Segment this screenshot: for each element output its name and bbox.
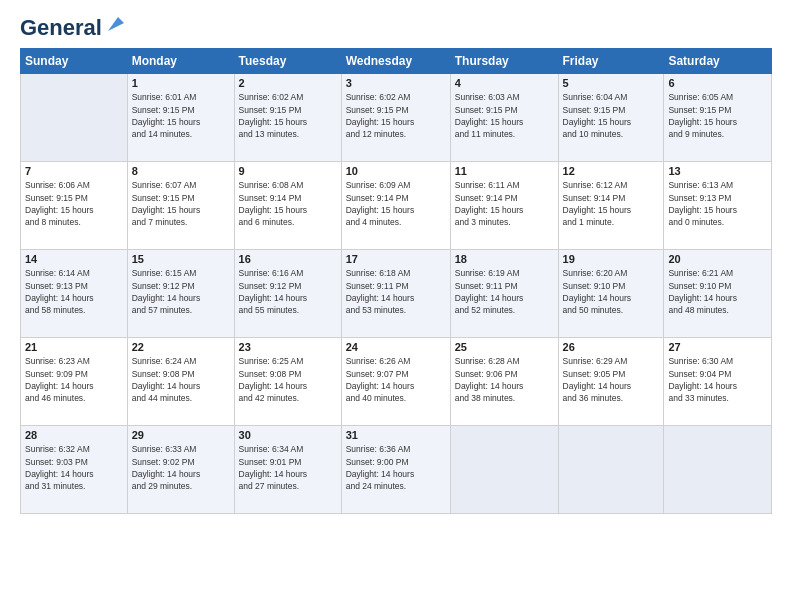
calendar-cell (558, 426, 664, 514)
day-info: Sunrise: 6:08 AM Sunset: 9:14 PM Dayligh… (239, 179, 337, 228)
day-info: Sunrise: 6:32 AM Sunset: 9:03 PM Dayligh… (25, 443, 123, 492)
day-number: 15 (132, 253, 230, 265)
day-info: Sunrise: 6:01 AM Sunset: 9:15 PM Dayligh… (132, 91, 230, 140)
page: General SundayMondayTuesdayWednesdayThur… (0, 0, 792, 612)
calendar-week-row: 14Sunrise: 6:14 AM Sunset: 9:13 PM Dayli… (21, 250, 772, 338)
day-info: Sunrise: 6:14 AM Sunset: 9:13 PM Dayligh… (25, 267, 123, 316)
day-info: Sunrise: 6:33 AM Sunset: 9:02 PM Dayligh… (132, 443, 230, 492)
logo-block: General (20, 16, 126, 40)
calendar-cell: 29Sunrise: 6:33 AM Sunset: 9:02 PM Dayli… (127, 426, 234, 514)
day-info: Sunrise: 6:26 AM Sunset: 9:07 PM Dayligh… (346, 355, 446, 404)
day-number: 30 (239, 429, 337, 441)
weekday-header-row: SundayMondayTuesdayWednesdayThursdayFrid… (21, 49, 772, 74)
calendar-cell (450, 426, 558, 514)
calendar-week-row: 28Sunrise: 6:32 AM Sunset: 9:03 PM Dayli… (21, 426, 772, 514)
day-info: Sunrise: 6:34 AM Sunset: 9:01 PM Dayligh… (239, 443, 337, 492)
day-info: Sunrise: 6:30 AM Sunset: 9:04 PM Dayligh… (668, 355, 767, 404)
day-info: Sunrise: 6:29 AM Sunset: 9:05 PM Dayligh… (563, 355, 660, 404)
day-info: Sunrise: 6:06 AM Sunset: 9:15 PM Dayligh… (25, 179, 123, 228)
calendar-cell: 28Sunrise: 6:32 AM Sunset: 9:03 PM Dayli… (21, 426, 128, 514)
calendar-cell: 31Sunrise: 6:36 AM Sunset: 9:00 PM Dayli… (341, 426, 450, 514)
calendar-cell: 25Sunrise: 6:28 AM Sunset: 9:06 PM Dayli… (450, 338, 558, 426)
day-number: 5 (563, 77, 660, 89)
header: General (20, 16, 772, 40)
calendar-cell: 26Sunrise: 6:29 AM Sunset: 9:05 PM Dayli… (558, 338, 664, 426)
day-number: 25 (455, 341, 554, 353)
day-info: Sunrise: 6:24 AM Sunset: 9:08 PM Dayligh… (132, 355, 230, 404)
logo: General (20, 16, 126, 40)
weekday-header-tuesday: Tuesday (234, 49, 341, 74)
day-number: 20 (668, 253, 767, 265)
day-number: 4 (455, 77, 554, 89)
calendar-cell: 14Sunrise: 6:14 AM Sunset: 9:13 PM Dayli… (21, 250, 128, 338)
svg-marker-0 (108, 17, 124, 31)
calendar-cell: 15Sunrise: 6:15 AM Sunset: 9:12 PM Dayli… (127, 250, 234, 338)
day-info: Sunrise: 6:28 AM Sunset: 9:06 PM Dayligh… (455, 355, 554, 404)
calendar-cell: 27Sunrise: 6:30 AM Sunset: 9:04 PM Dayli… (664, 338, 772, 426)
day-info: Sunrise: 6:11 AM Sunset: 9:14 PM Dayligh… (455, 179, 554, 228)
calendar-cell: 6Sunrise: 6:05 AM Sunset: 9:15 PM Daylig… (664, 74, 772, 162)
day-info: Sunrise: 6:36 AM Sunset: 9:00 PM Dayligh… (346, 443, 446, 492)
calendar-cell: 2Sunrise: 6:02 AM Sunset: 9:15 PM Daylig… (234, 74, 341, 162)
day-number: 13 (668, 165, 767, 177)
day-info: Sunrise: 6:12 AM Sunset: 9:14 PM Dayligh… (563, 179, 660, 228)
day-number: 28 (25, 429, 123, 441)
day-info: Sunrise: 6:23 AM Sunset: 9:09 PM Dayligh… (25, 355, 123, 404)
day-info: Sunrise: 6:04 AM Sunset: 9:15 PM Dayligh… (563, 91, 660, 140)
calendar-cell (664, 426, 772, 514)
day-number: 12 (563, 165, 660, 177)
day-number: 10 (346, 165, 446, 177)
day-number: 2 (239, 77, 337, 89)
day-number: 21 (25, 341, 123, 353)
day-info: Sunrise: 6:09 AM Sunset: 9:14 PM Dayligh… (346, 179, 446, 228)
day-info: Sunrise: 6:07 AM Sunset: 9:15 PM Dayligh… (132, 179, 230, 228)
calendar-cell: 8Sunrise: 6:07 AM Sunset: 9:15 PM Daylig… (127, 162, 234, 250)
calendar-cell: 19Sunrise: 6:20 AM Sunset: 9:10 PM Dayli… (558, 250, 664, 338)
calendar-week-row: 21Sunrise: 6:23 AM Sunset: 9:09 PM Dayli… (21, 338, 772, 426)
day-info: Sunrise: 6:02 AM Sunset: 9:15 PM Dayligh… (239, 91, 337, 140)
day-number: 22 (132, 341, 230, 353)
day-number: 16 (239, 253, 337, 265)
calendar-cell: 11Sunrise: 6:11 AM Sunset: 9:14 PM Dayli… (450, 162, 558, 250)
day-info: Sunrise: 6:25 AM Sunset: 9:08 PM Dayligh… (239, 355, 337, 404)
day-info: Sunrise: 6:02 AM Sunset: 9:15 PM Dayligh… (346, 91, 446, 140)
weekday-header-monday: Monday (127, 49, 234, 74)
day-info: Sunrise: 6:05 AM Sunset: 9:15 PM Dayligh… (668, 91, 767, 140)
calendar-cell: 20Sunrise: 6:21 AM Sunset: 9:10 PM Dayli… (664, 250, 772, 338)
day-info: Sunrise: 6:16 AM Sunset: 9:12 PM Dayligh… (239, 267, 337, 316)
logo-text-general: General (20, 16, 102, 40)
day-number: 7 (25, 165, 123, 177)
calendar-cell: 13Sunrise: 6:13 AM Sunset: 9:13 PM Dayli… (664, 162, 772, 250)
calendar-cell: 21Sunrise: 6:23 AM Sunset: 9:09 PM Dayli… (21, 338, 128, 426)
day-number: 3 (346, 77, 446, 89)
day-info: Sunrise: 6:19 AM Sunset: 9:11 PM Dayligh… (455, 267, 554, 316)
weekday-header-sunday: Sunday (21, 49, 128, 74)
calendar-cell: 12Sunrise: 6:12 AM Sunset: 9:14 PM Dayli… (558, 162, 664, 250)
weekday-header-friday: Friday (558, 49, 664, 74)
calendar-cell: 4Sunrise: 6:03 AM Sunset: 9:15 PM Daylig… (450, 74, 558, 162)
day-number: 11 (455, 165, 554, 177)
weekday-header-wednesday: Wednesday (341, 49, 450, 74)
calendar-cell: 9Sunrise: 6:08 AM Sunset: 9:14 PM Daylig… (234, 162, 341, 250)
day-number: 29 (132, 429, 230, 441)
day-info: Sunrise: 6:13 AM Sunset: 9:13 PM Dayligh… (668, 179, 767, 228)
calendar-cell (21, 74, 128, 162)
calendar-cell: 16Sunrise: 6:16 AM Sunset: 9:12 PM Dayli… (234, 250, 341, 338)
calendar-cell: 23Sunrise: 6:25 AM Sunset: 9:08 PM Dayli… (234, 338, 341, 426)
calendar-table: SundayMondayTuesdayWednesdayThursdayFrid… (20, 48, 772, 514)
calendar-cell: 5Sunrise: 6:04 AM Sunset: 9:15 PM Daylig… (558, 74, 664, 162)
day-number: 17 (346, 253, 446, 265)
day-number: 24 (346, 341, 446, 353)
day-info: Sunrise: 6:20 AM Sunset: 9:10 PM Dayligh… (563, 267, 660, 316)
day-info: Sunrise: 6:15 AM Sunset: 9:12 PM Dayligh… (132, 267, 230, 316)
calendar-cell: 17Sunrise: 6:18 AM Sunset: 9:11 PM Dayli… (341, 250, 450, 338)
calendar-cell: 18Sunrise: 6:19 AM Sunset: 9:11 PM Dayli… (450, 250, 558, 338)
day-number: 18 (455, 253, 554, 265)
weekday-header-thursday: Thursday (450, 49, 558, 74)
calendar-cell: 24Sunrise: 6:26 AM Sunset: 9:07 PM Dayli… (341, 338, 450, 426)
calendar-week-row: 1Sunrise: 6:01 AM Sunset: 9:15 PM Daylig… (21, 74, 772, 162)
logo-bird-icon (104, 13, 126, 35)
day-number: 26 (563, 341, 660, 353)
calendar-cell: 30Sunrise: 6:34 AM Sunset: 9:01 PM Dayli… (234, 426, 341, 514)
weekday-header-saturday: Saturday (664, 49, 772, 74)
